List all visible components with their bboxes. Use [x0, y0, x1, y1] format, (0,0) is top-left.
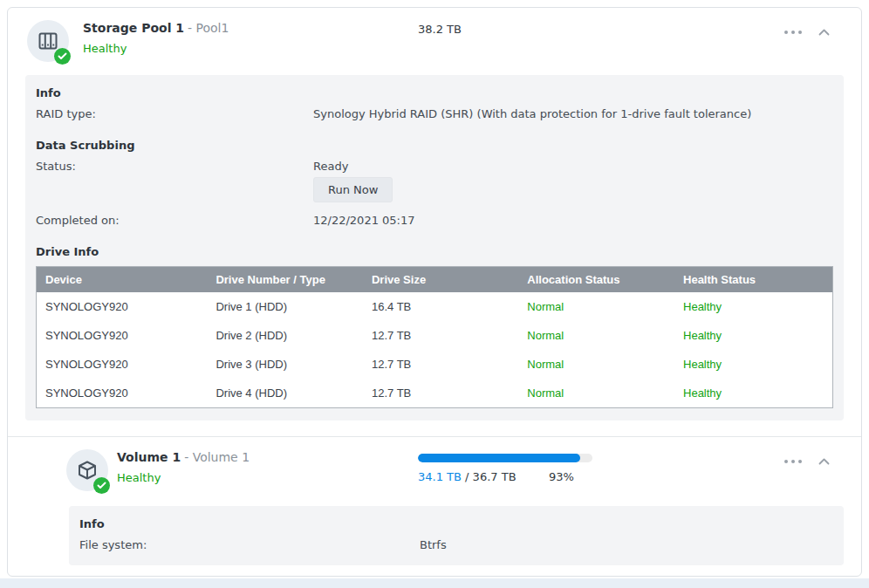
drive-table-column-header[interactable]: Drive Number / Type	[207, 267, 363, 293]
drive-table-cell: SYNOLOGY920	[37, 292, 208, 321]
check-badge-icon	[54, 48, 71, 65]
storage-manager-card: Storage Pool 1- Pool1 Healthy 38.2 TB In…	[7, 7, 862, 577]
volume-header-text: Volume 1- Volume 1 Healthy	[117, 449, 250, 484]
storage-pool-title-line: Storage Pool 1- Pool1	[83, 21, 229, 35]
drive-table-cell: 12.7 TB	[363, 379, 518, 408]
drive-table-cell: SYNOLOGY920	[37, 321, 208, 350]
volume-usage-separator: /	[465, 470, 469, 483]
drive-table-column-header[interactable]: Allocation Status	[518, 267, 674, 293]
chevron-up-icon[interactable]	[818, 456, 830, 467]
drive-table-cell: SYNOLOGY920	[37, 379, 208, 408]
drive-table-cell: Healthy	[674, 379, 832, 408]
volume-info-heading: Info	[79, 517, 833, 530]
volume-total: 36.7 TB	[473, 470, 517, 483]
drive-table-header-row: DeviceDrive Number / TypeDrive SizeAlloc…	[37, 267, 833, 293]
storage-pool-header: Storage Pool 1- Pool1 Healthy 38.2 TB	[8, 8, 861, 75]
drive-table-row[interactable]: SYNOLOGY920Drive 3 (HDD)12.7 TBNormalHea…	[37, 350, 833, 379]
volume-header: Volume 1- Volume 1 Healthy 34.1 TB / 36.…	[8, 437, 861, 506]
drive-table-cell: Normal	[518, 321, 674, 350]
drive-table-cell: Normal	[518, 350, 674, 379]
scrub-status-row: Status: Ready	[36, 160, 833, 173]
drive-table-cell: Normal	[518, 292, 674, 321]
volume-subtitle: - Volume 1	[184, 450, 250, 464]
volume-status: Healthy	[117, 471, 250, 484]
volume-usage-fill	[418, 454, 580, 462]
volume-title-line: Volume 1- Volume 1	[117, 450, 250, 464]
raid-type-row: RAID type: Synology Hybrid RAID (SHR) (W…	[36, 107, 833, 120]
raid-type-value: Synology Hybrid RAID (SHR) (With data pr…	[313, 107, 751, 120]
volume-usage-text: 34.1 TB / 36.7 TB 93%	[418, 470, 645, 483]
storage-pool-status: Healthy	[83, 42, 229, 55]
volume-used: 34.1 TB	[418, 470, 462, 483]
check-badge-icon	[93, 477, 110, 494]
drive-table-cell: 12.7 TB	[363, 350, 518, 379]
drive-table-cell: Healthy	[674, 321, 832, 350]
page-bottom-strip	[0, 578, 869, 588]
drive-table-cell: Drive 3 (HDD)	[207, 350, 363, 379]
file-system-row: File system: Btrfs	[79, 538, 833, 551]
completed-on-row: Completed on: 12/22/2021 05:17	[36, 214, 833, 227]
drive-table-row[interactable]: SYNOLOGY920Drive 2 (HDD)12.7 TBNormalHea…	[37, 321, 833, 350]
drive-table-cell: 12.7 TB	[363, 321, 518, 350]
drive-table-cell: Normal	[518, 379, 674, 408]
drive-table-cell: SYNOLOGY920	[37, 350, 208, 379]
storage-pool-avatar	[27, 20, 69, 62]
storage-pool-info-panel: Info RAID type: Synology Hybrid RAID (SH…	[25, 75, 844, 420]
storage-pool-section: Storage Pool 1- Pool1 Healthy 38.2 TB In…	[8, 8, 861, 420]
pool-info-heading: Info	[36, 86, 833, 99]
completed-on-value: 12/22/2021 05:17	[313, 214, 415, 227]
volume-actions	[784, 456, 830, 467]
drive-table-cell: Drive 1 (HDD)	[207, 292, 363, 321]
drive-table-column-header[interactable]: Drive Size	[363, 267, 518, 293]
drive-table-cell: Drive 2 (HDD)	[207, 321, 363, 350]
storage-pool-size: 38.2 TB	[418, 23, 462, 36]
storage-pool-header-text: Storage Pool 1- Pool1 Healthy	[83, 20, 229, 55]
chevron-up-icon[interactable]	[818, 27, 830, 38]
file-system-value: Btrfs	[420, 538, 447, 551]
storage-pool-actions	[784, 27, 830, 38]
volume-section: Volume 1- Volume 1 Healthy 34.1 TB / 36.…	[8, 436, 861, 565]
storage-pool-title: Storage Pool 1	[83, 21, 184, 35]
completed-on-label: Completed on:	[36, 214, 313, 227]
scrub-status-label: Status:	[36, 160, 313, 173]
volume-title: Volume 1	[117, 450, 181, 464]
more-dots-icon[interactable]	[784, 28, 802, 37]
scrub-status-value: Ready	[313, 160, 348, 173]
run-now-button[interactable]: Run Now	[313, 177, 393, 202]
storage-pool-subtitle: - Pool1	[188, 21, 229, 35]
volume-percent: 93%	[549, 470, 574, 483]
volume-info-panel: Info File system: Btrfs	[69, 506, 844, 565]
drive-table-row[interactable]: SYNOLOGY920Drive 1 (HDD)16.4 TBNormalHea…	[37, 292, 833, 321]
drive-table-row[interactable]: SYNOLOGY920Drive 4 (HDD)12.7 TBNormalHea…	[37, 379, 833, 408]
drive-table-column-header[interactable]: Device	[37, 267, 208, 293]
drive-table-cell: 16.4 TB	[363, 292, 518, 321]
data-scrubbing-heading: Data Scrubbing	[36, 139, 833, 152]
volume-usage-block: 34.1 TB / 36.7 TB 93%	[418, 454, 645, 483]
drive-table-cell: Drive 4 (HDD)	[207, 379, 363, 408]
drive-table-cell: Healthy	[674, 350, 832, 379]
more-dots-icon[interactable]	[784, 457, 802, 466]
volume-usage-bar	[418, 454, 592, 462]
drive-table: DeviceDrive Number / TypeDrive SizeAlloc…	[36, 266, 833, 408]
file-system-label: File system:	[79, 538, 420, 551]
raid-type-label: RAID type:	[36, 107, 313, 120]
volume-avatar	[66, 449, 108, 491]
drive-table-cell: Healthy	[674, 292, 832, 321]
drive-table-column-header[interactable]: Health Status	[674, 267, 832, 293]
drive-info-heading: Drive Info	[36, 245, 833, 258]
drive-table-body: SYNOLOGY920Drive 1 (HDD)16.4 TBNormalHea…	[37, 292, 833, 408]
